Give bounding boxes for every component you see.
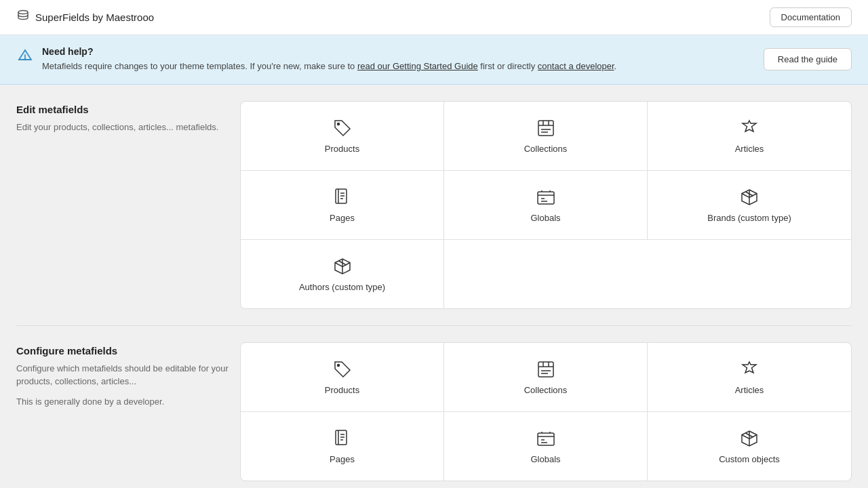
pages-icon [332, 187, 353, 207]
svg-rect-3 [538, 121, 553, 136]
edit-authors-cell[interactable]: Authors (custom type) [241, 240, 444, 308]
edit-section-label: Edit metafields Edit your products, coll… [16, 101, 240, 134]
banner-icon [16, 47, 34, 69]
tag-icon [332, 118, 353, 138]
edit-pages-label: Pages [330, 213, 355, 223]
header-left: SuperFields by Maestrooo [16, 9, 154, 26]
box-icon-authors [332, 256, 353, 277]
configure-grid: Products Collections A [241, 343, 851, 481]
tag-icon-configure [332, 359, 353, 380]
articles-icon-configure [739, 359, 760, 380]
edit-grid-panel: Products Collections A [240, 101, 852, 309]
logo-icon [16, 9, 30, 26]
collections-icon-configure [536, 359, 556, 380]
configure-collections-cell[interactable]: Collections [444, 343, 648, 412]
svg-point-6 [337, 364, 339, 366]
app-title: SuperFields by Maestrooo [35, 12, 154, 23]
configure-globals-cell[interactable]: Globals [444, 412, 648, 481]
edit-collections-cell[interactable]: Collections [444, 102, 648, 171]
collections-icon [536, 118, 556, 138]
pages-icon-configure [332, 428, 353, 449]
configure-articles-label: Articles [735, 385, 764, 395]
globals-icon-configure [536, 428, 556, 449]
section-divider [16, 325, 852, 326]
edit-globals-cell[interactable]: Globals [444, 171, 648, 240]
configure-collections-label: Collections [524, 385, 568, 395]
configure-products-cell[interactable]: Products [241, 343, 444, 412]
edit-products-cell[interactable]: Products [241, 102, 444, 171]
app-header: SuperFields by Maestrooo Documentation [0, 0, 868, 35]
read-guide-button[interactable]: Read the guide [764, 48, 852, 70]
configure-section-desc1: Configure which metafields should be edi… [16, 362, 240, 388]
configure-pages-cell[interactable]: Pages [241, 412, 444, 481]
edit-grid: Products Collections A [241, 102, 851, 308]
configure-grid-panel: Products Collections A [240, 342, 852, 481]
edit-collections-label: Collections [524, 144, 568, 154]
edit-brands-cell[interactable]: Brands (custom type) [648, 171, 851, 240]
documentation-button[interactable]: Documentation [770, 7, 852, 27]
edit-empty-1 [444, 240, 648, 308]
svg-rect-9 [538, 433, 554, 445]
edit-articles-cell[interactable]: Articles [648, 102, 851, 171]
configure-pages-label: Pages [330, 454, 355, 464]
box-icon-custom [739, 428, 760, 449]
edit-pages-cell[interactable]: Pages [241, 171, 444, 240]
configure-articles-cell[interactable]: Articles [648, 343, 851, 412]
configure-custom-objects-label: Custom objects [719, 454, 780, 464]
edit-section-desc: Edit your products, collections, article… [16, 121, 240, 134]
banner-title: Need help? [42, 46, 616, 57]
configure-section-label: Configure metafields Configure which met… [16, 342, 240, 409]
configure-section-heading: Configure metafields [16, 345, 240, 357]
banner-description: Metafields require changes to your theme… [42, 60, 616, 73]
edit-metafields-section: Edit metafields Edit your products, coll… [16, 101, 852, 309]
svg-rect-7 [538, 362, 553, 377]
configure-section-desc2: This is generally done by a developer. [16, 395, 240, 409]
articles-icon [739, 118, 760, 138]
edit-empty-2 [648, 240, 851, 308]
svg-point-2 [337, 123, 339, 125]
edit-products-label: Products [325, 144, 359, 154]
svg-point-0 [18, 11, 28, 14]
edit-articles-label: Articles [735, 144, 764, 154]
configure-metafields-section: Configure metafields Configure which met… [16, 342, 852, 481]
help-banner: Need help? Metafields require changes to… [0, 35, 868, 85]
getting-started-link[interactable]: read our Getting Started Guide [357, 61, 478, 71]
edit-authors-label: Authors (custom type) [299, 282, 385, 292]
configure-products-label: Products [325, 385, 359, 395]
contact-developer-link[interactable]: contact a developer [538, 61, 614, 71]
edit-globals-label: Globals [530, 213, 560, 223]
svg-point-1 [24, 59, 26, 60]
configure-custom-objects-cell[interactable]: Custom objects [648, 412, 851, 481]
svg-rect-5 [538, 192, 554, 204]
edit-brands-label: Brands (custom type) [707, 213, 791, 223]
main-content: Edit metafields Edit your products, coll… [0, 85, 868, 489]
banner-content: Need help? Metafields require changes to… [16, 46, 616, 73]
box-icon-brands [739, 187, 760, 207]
configure-globals-label: Globals [530, 454, 560, 464]
edit-section-heading: Edit metafields [16, 104, 240, 115]
globals-icon [536, 187, 556, 207]
banner-text: Need help? Metafields require changes to… [42, 46, 616, 73]
